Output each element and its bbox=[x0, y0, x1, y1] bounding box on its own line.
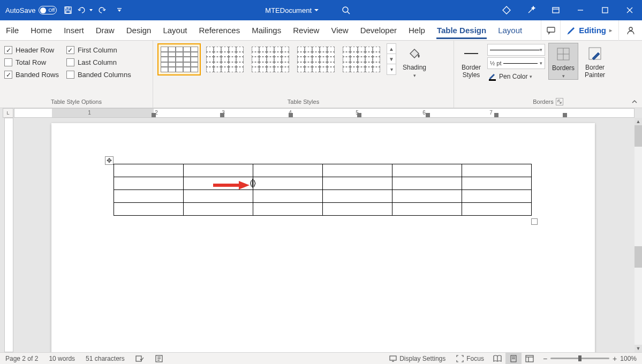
search-button[interactable] bbox=[335, 6, 357, 14]
table-style-2[interactable] bbox=[203, 43, 246, 75]
pen-color-button[interactable]: Pen Color▾ bbox=[487, 71, 545, 82]
annotation-arrow bbox=[212, 180, 250, 191]
autosave-toggle[interactable]: AutoSave Off bbox=[5, 6, 57, 14]
chk-total-row[interactable]: Total Row bbox=[4, 58, 59, 66]
zoom-level[interactable]: 100% bbox=[620, 355, 637, 362]
table-resize-handle[interactable] bbox=[531, 218, 538, 225]
tab-insert[interactable]: Insert bbox=[58, 20, 90, 40]
group-label-table-styles: Table Styles bbox=[157, 97, 449, 108]
print-layout-button[interactable] bbox=[505, 353, 522, 365]
qat-customize[interactable] bbox=[111, 0, 127, 20]
word-count[interactable]: 10 words bbox=[43, 353, 80, 364]
wand-icon[interactable] bbox=[519, 0, 543, 20]
scroll-thumb-2[interactable] bbox=[635, 246, 642, 268]
document-table[interactable] bbox=[114, 164, 532, 216]
spellcheck-icon[interactable] bbox=[130, 353, 149, 364]
page[interactable]: ✥ ⟨┃⟩ bbox=[51, 123, 595, 352]
zoom-out-button[interactable]: − bbox=[543, 354, 547, 363]
read-mode-button[interactable] bbox=[489, 353, 505, 365]
scroll-up[interactable]: ▲ bbox=[635, 118, 642, 125]
close-button[interactable] bbox=[617, 0, 642, 20]
tab-draw[interactable]: Draw bbox=[90, 20, 120, 40]
tab-file[interactable]: File bbox=[0, 20, 25, 40]
undo-button[interactable] bbox=[77, 0, 93, 20]
document-name-text: MTEDocument bbox=[265, 6, 312, 14]
chk-banded-rows[interactable]: Banded Rows bbox=[4, 71, 59, 79]
ruler-corner[interactable]: L bbox=[3, 108, 13, 118]
pen-icon bbox=[488, 72, 497, 81]
save-icon[interactable] bbox=[60, 0, 76, 20]
border-painter-button[interactable]: Border Painter bbox=[581, 43, 608, 79]
scroll-thumb[interactable] bbox=[635, 125, 642, 147]
pencil-icon bbox=[567, 26, 576, 35]
shading-button[interactable]: Shading ▾ bbox=[399, 43, 429, 79]
table-move-handle[interactable]: ✥ bbox=[105, 156, 114, 165]
collapse-ribbon-button[interactable] bbox=[630, 97, 639, 106]
chk-first-column[interactable]: First Column bbox=[66, 46, 131, 54]
tab-references[interactable]: References bbox=[193, 20, 246, 40]
shading-label: Shading bbox=[403, 64, 426, 71]
document-title[interactable]: MTEDocument bbox=[265, 6, 319, 14]
border-styles-label: Border Styles bbox=[462, 64, 481, 79]
svg-rect-23 bbox=[136, 356, 141, 361]
svg-rect-28 bbox=[390, 356, 396, 360]
table-style-3[interactable] bbox=[248, 43, 292, 75]
comments-button[interactable] bbox=[541, 20, 560, 41]
zoom-slider[interactable] bbox=[550, 358, 609, 359]
table-style-5[interactable] bbox=[339, 43, 383, 75]
editing-mode-button[interactable]: Editing ▸ bbox=[560, 20, 618, 41]
border-style-dropdown[interactable]: ▾ bbox=[487, 44, 545, 56]
diamond-icon[interactable] bbox=[494, 0, 519, 20]
share-button[interactable] bbox=[618, 20, 642, 41]
autosave-switch[interactable]: Off bbox=[39, 6, 57, 14]
web-layout-button[interactable] bbox=[522, 353, 538, 365]
chevron-down-icon bbox=[314, 7, 319, 13]
borders-button[interactable]: Borders ▾ bbox=[548, 43, 578, 80]
border-width-dropdown[interactable]: ½ pt▾ bbox=[487, 57, 545, 69]
svg-rect-7 bbox=[553, 7, 559, 13]
chk-banded-columns[interactable]: Banded Columns bbox=[66, 71, 131, 79]
svg-rect-10 bbox=[602, 7, 608, 13]
chk-header-row[interactable]: Header Row bbox=[4, 46, 59, 54]
maximize-button[interactable] bbox=[593, 0, 617, 20]
tab-layout[interactable]: Layout bbox=[157, 20, 193, 40]
border-styles-icon bbox=[463, 45, 480, 62]
border-styles-button[interactable]: Border Styles bbox=[458, 43, 484, 79]
focus-button[interactable]: Focus bbox=[451, 353, 489, 364]
zoom-in-button[interactable]: + bbox=[613, 354, 617, 363]
search-icon bbox=[342, 6, 350, 14]
redo-button[interactable] bbox=[94, 0, 110, 20]
char-count[interactable]: 51 characters bbox=[80, 353, 130, 364]
horizontal-ruler[interactable]: 1 2 3 4 5 6 7 bbox=[14, 108, 635, 118]
table-styles-gallery[interactable]: ▲▼▾ bbox=[157, 43, 396, 75]
table-style-4[interactable] bbox=[294, 43, 337, 75]
vertical-scrollbar[interactable]: ▲ ▼ bbox=[635, 118, 642, 352]
gallery-scroll[interactable]: ▲▼▾ bbox=[387, 43, 396, 75]
svg-rect-13 bbox=[547, 27, 555, 32]
ribbon-display-icon[interactable] bbox=[543, 0, 568, 20]
borders-dialog-launcher[interactable] bbox=[556, 98, 563, 105]
tab-mailings[interactable]: Mailings bbox=[246, 20, 287, 40]
document-canvas[interactable]: ✥ ⟨┃⟩ bbox=[14, 118, 635, 352]
page-indicator[interactable]: Page 2 of 2 bbox=[0, 353, 43, 364]
tab-view[interactable]: View bbox=[325, 20, 354, 40]
editing-label: Editing bbox=[579, 26, 606, 35]
scroll-down[interactable]: ▼ bbox=[635, 345, 642, 352]
svg-line-5 bbox=[348, 12, 350, 14]
vertical-ruler[interactable] bbox=[0, 118, 14, 352]
autosave-label: AutoSave bbox=[5, 6, 35, 14]
tab-home[interactable]: Home bbox=[25, 20, 58, 40]
tab-help[interactable]: Help bbox=[403, 20, 431, 40]
tab-review[interactable]: Review bbox=[287, 20, 325, 40]
tab-table-layout[interactable]: Layout bbox=[492, 20, 528, 40]
ribbon-tabs: File Home Insert Draw Design Layout Refe… bbox=[0, 20, 642, 41]
svg-marker-22 bbox=[239, 181, 250, 189]
display-settings-button[interactable]: Display Settings bbox=[384, 353, 451, 364]
table-style-1[interactable] bbox=[157, 43, 201, 75]
minimize-button[interactable] bbox=[568, 0, 593, 20]
tab-design[interactable]: Design bbox=[120, 20, 157, 40]
accessibility-icon[interactable] bbox=[149, 353, 169, 364]
tab-table-design[interactable]: Table Design bbox=[431, 20, 492, 40]
tab-developer[interactable]: Developer bbox=[354, 20, 403, 40]
chk-last-column[interactable]: Last Column bbox=[66, 58, 131, 66]
